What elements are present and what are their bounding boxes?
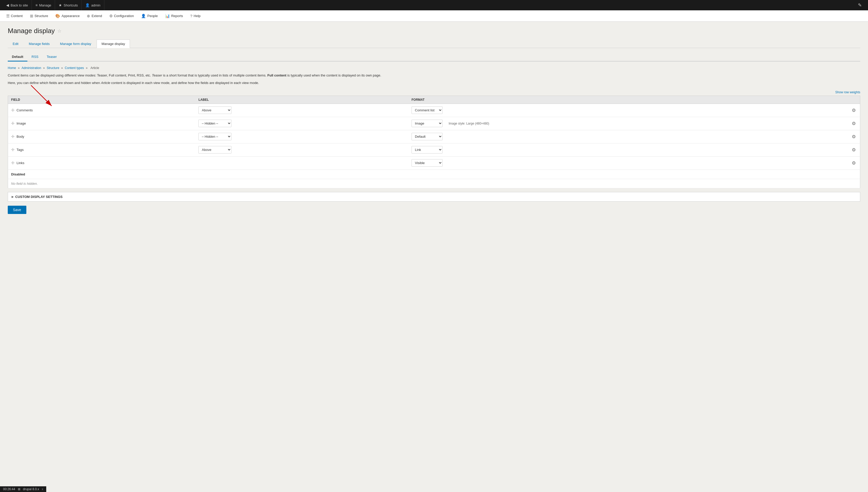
bookmark-star-icon[interactable]: ☆ [57, 28, 61, 34]
secondary-tabs: Default RSS Teaser [8, 53, 860, 62]
drag-handle-links[interactable]: ✛ [11, 161, 15, 165]
tab-manage-fields[interactable]: Manage fields [24, 40, 54, 48]
format-select-body[interactable]: Default Plain text Hidden [411, 133, 442, 140]
gear-button-body[interactable]: ⚙ [851, 133, 857, 141]
format-select-comments[interactable]: Comment list Hidden [411, 106, 442, 114]
label-select-body[interactable]: Above Inline – Hidden – Visually Hidden [198, 133, 231, 140]
nav-item-help[interactable]: ? Help [186, 10, 204, 21]
secondary-tab-teaser[interactable]: Teaser [43, 53, 61, 62]
nav-item-structure[interactable]: ⊞ Structure [26, 10, 52, 21]
admin-user-button[interactable]: 👤 admin [82, 0, 104, 10]
field-cell-links: ✛ Links [8, 156, 196, 170]
actions-cell-comments: ⚙ [749, 104, 860, 117]
edit-pencil-icon[interactable]: ✎ [854, 2, 865, 8]
table-row: ✛ Tags Above Inline – Hidden – Visually … [8, 143, 860, 156]
page-content: Manage display ☆ Edit Manage fields Mana… [0, 22, 868, 219]
nav-item-appearance[interactable]: 🎨 Appearance [52, 10, 83, 21]
breadcrumb-separator-2: » [43, 66, 46, 70]
breadcrumb: Home » Administration » Structure » Cont… [8, 66, 860, 70]
description: Content items can be displayed using dif… [8, 73, 860, 86]
primary-tabs: Edit Manage fields Manage form display M… [8, 40, 860, 48]
format-cell-comments: Comment list Hidden [408, 104, 749, 117]
format-cell-links: Visible Hidden [408, 156, 749, 170]
table-row: ✛ Body Above Inline – Hidden – Visually … [8, 130, 860, 143]
field-cell-image: ✛ Image [8, 117, 196, 130]
no-field-hidden-cell: No field is hidden. [8, 179, 860, 188]
page-title-row: Manage display ☆ [8, 27, 860, 35]
tab-manage-form-display[interactable]: Manage form display [55, 40, 96, 48]
gear-button-links[interactable]: ⚙ [851, 159, 857, 167]
back-arrow-icon: ◀ [6, 3, 9, 7]
breadcrumb-structure[interactable]: Structure [47, 66, 59, 70]
image-info-text: Image style: Large (480×480) [449, 122, 489, 125]
triangle-icon: ▶ [11, 195, 14, 198]
gear-button-image[interactable]: ⚙ [851, 120, 857, 127]
description-line1: Content items can be displayed using dif… [8, 73, 860, 78]
drag-handle-tags[interactable]: ✛ [11, 147, 15, 152]
manage-icon: ≡ [35, 3, 37, 7]
breadcrumb-content-types[interactable]: Content types [65, 66, 84, 70]
shortcuts-button[interactable]: ★ Shortcuts [55, 0, 82, 10]
no-field-hidden-text: No field is hidden. [11, 182, 38, 186]
custom-display-settings-toggle[interactable]: ▶ CUSTOM DISPLAY SETTINGS [8, 192, 860, 201]
teaser-em: Teaser [152, 73, 162, 77]
actions-column-header [749, 96, 860, 104]
table-wrapper: FIELD LABEL FORMAT ✛ Comments [8, 96, 860, 188]
drag-handle-body[interactable]: ✛ [11, 134, 15, 139]
manage-button[interactable]: ≡ Manage [32, 0, 55, 10]
nav-extend-label: Extend [92, 14, 102, 18]
save-button[interactable]: Save [8, 206, 26, 214]
field-label-links: Links [17, 161, 24, 165]
label-select-tags[interactable]: Above Inline – Hidden – Visually Hidden [198, 146, 231, 153]
breadcrumb-administration[interactable]: Administration [21, 66, 41, 70]
drag-handle-image[interactable]: ✛ [11, 121, 15, 126]
configuration-icon: ⚙ [109, 14, 112, 18]
back-to-site-button[interactable]: ◀ Back to site [3, 0, 32, 10]
label-select-comments[interactable]: Above Inline Hidden Visually Hidden [198, 106, 231, 114]
gear-button-comments[interactable]: ⚙ [851, 106, 857, 114]
field-label-body: Body [17, 134, 24, 139]
reports-icon: 📊 [165, 14, 170, 18]
label-cell-body: Above Inline – Hidden – Visually Hidden [195, 130, 408, 143]
nav-item-people[interactable]: 👤 People [137, 10, 161, 21]
nav-item-configuration[interactable]: ⚙ Configuration [106, 10, 137, 21]
nav-item-reports[interactable]: 📊 Reports [161, 10, 187, 21]
manage-label: Manage [39, 3, 51, 7]
admin-bar: ◀ Back to site ≡ Manage ★ Shortcuts 👤 ad… [0, 0, 868, 10]
breadcrumb-separator-1: » [18, 66, 20, 70]
drag-handle-comments[interactable]: ✛ [11, 108, 15, 113]
content-icon: ☰ [6, 14, 9, 18]
show-row-weights-link[interactable]: Show row weights [835, 91, 860, 94]
nav-item-extend[interactable]: ⊕ Extend [83, 10, 105, 21]
format-select-image[interactable]: Image URL to image Hidden [411, 120, 442, 127]
shortcuts-label: Shortcuts [63, 3, 78, 7]
extend-icon: ⊕ [87, 14, 90, 18]
main-nav: ☰ Content ⊞ Structure 🎨 Appearance ⊕ Ext… [0, 10, 868, 22]
people-icon: 👤 [141, 14, 146, 18]
page-title: Manage display [8, 27, 55, 35]
secondary-tab-rss[interactable]: RSS [27, 53, 43, 62]
help-icon: ? [190, 14, 192, 18]
admin-user-label: admin [91, 3, 100, 7]
full-content-strong: Full content [267, 73, 286, 77]
format-select-links[interactable]: Visible Hidden [411, 159, 442, 167]
no-field-hidden-row: No field is hidden. [8, 179, 860, 188]
label-select-image[interactable]: Above Inline – Hidden – Visually Hidden [198, 120, 231, 127]
back-to-site-label: Back to site [10, 3, 28, 7]
tab-manage-display[interactable]: Manage display [97, 40, 130, 48]
nav-people-label: People [147, 14, 158, 18]
disabled-section-header: Disabled [8, 170, 860, 179]
field-cell-body: ✛ Body [8, 130, 196, 143]
nav-reports-label: Reports [171, 14, 183, 18]
label-cell-links [195, 156, 408, 170]
structure-icon: ⊞ [30, 14, 33, 18]
breadcrumb-home[interactable]: Home [8, 66, 16, 70]
format-cell-tags: Link Plain text Hidden [408, 143, 749, 156]
tab-edit[interactable]: Edit [8, 40, 23, 48]
label-cell-comments: Above Inline Hidden Visually Hidden [195, 104, 408, 117]
nav-appearance-label: Appearance [61, 14, 80, 18]
gear-button-tags[interactable]: ⚙ [851, 146, 857, 154]
nav-item-content[interactable]: ☰ Content [3, 10, 26, 21]
format-select-tags[interactable]: Link Plain text Hidden [411, 146, 442, 153]
secondary-tab-default[interactable]: Default [8, 53, 27, 62]
